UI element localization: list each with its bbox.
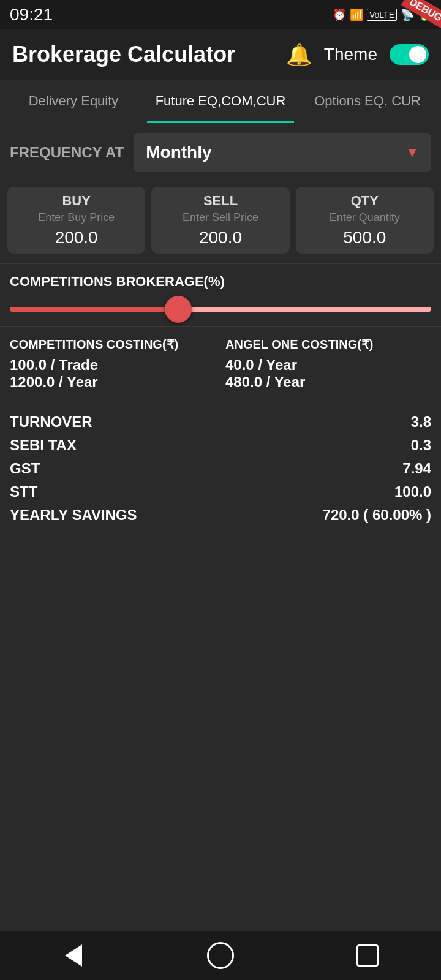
sell-input[interactable] [160,228,281,247]
dropdown-arrow-icon: ▼ [405,145,419,160]
status-time: 09:21 [10,5,53,24]
gst-label: GST [10,460,40,477]
sebi-label: SEBI TAX [10,437,77,454]
toggle-knob [409,46,426,63]
tab-options[interactable]: Options EQ, CUR [294,80,441,123]
alarm-icon: ⏰ [333,8,346,21]
frequency-dropdown[interactable]: Monthly ▼ [134,133,431,172]
status-bar: 09:21 ⏰ 📶 VoLTE 📡 🔋 [0,0,441,29]
home-circle-icon [207,942,234,969]
result-row-sebi: SEBI TAX 0.3 [10,437,431,454]
frequency-value: Monthly [146,143,211,162]
competitions-year-value: 1200.0 / Year [10,374,216,391]
brokerage-title: COMPETITIONS BROKERAGE(%) [10,274,431,290]
volte-icon: VoLTE [367,9,397,21]
sell-placeholder: Enter Sell Price [160,211,281,224]
qty-label: QTY [304,193,425,209]
back-arrow-icon [65,944,82,967]
result-row-stt: STT 100.0 [10,483,431,500]
inputs-row: BUY Enter Buy Price SELL Enter Sell Pric… [0,182,441,263]
tab-future[interactable]: Future EQ,COM,CUR [147,80,294,123]
buy-label: BUY [16,193,137,209]
tabs-container: Delivery Equity Future EQ,COM,CUR Option… [0,80,441,123]
bottom-nav [0,931,441,980]
qty-input[interactable] [304,228,425,247]
header: Brokerage Calculator 🔔 Theme [0,29,441,80]
slider-container [10,298,431,317]
frequency-row: FREQUENCY AT Monthly ▼ [0,123,441,182]
costing-section: COMPETITIONS COSTING(₹) 100.0 / Trade 12… [0,326,441,401]
buy-input-group: BUY Enter Buy Price [7,187,145,254]
header-controls: 🔔 Theme [286,42,429,67]
wifi-icon: 📶 [350,8,363,21]
competitions-costing: COMPETITIONS COSTING(₹) 100.0 / Trade 12… [10,337,216,391]
buy-input[interactable] [16,228,137,247]
angelone-trade-value: 40.0 / Year [225,356,431,374]
buy-placeholder: Enter Buy Price [16,211,137,224]
sell-label: SELL [160,193,281,209]
qty-input-group: QTY Enter Quantity [296,187,434,254]
results-section: TURNOVER 3.8 SEBI TAX 0.3 GST 7.94 STT 1… [0,401,441,542]
savings-label: YEARLY SAVINGS [10,507,137,524]
stt-value: 100.0 [394,483,431,500]
qty-placeholder: Enter Quantity [304,211,425,224]
nav-recents-button[interactable] [349,937,386,974]
nav-home-button[interactable] [202,937,239,974]
nav-back-button[interactable] [55,937,92,974]
savings-value: 720.0 ( 60.00% ) [323,507,431,524]
angelone-year-value: 480.0 / Year [225,374,431,391]
result-row-savings: YEARLY SAVINGS 720.0 ( 60.00% ) [10,507,431,524]
tab-delivery[interactable]: Delivery Equity [0,80,147,123]
sell-input-group: SELL Enter Sell Price [151,187,289,254]
bell-icon[interactable]: 🔔 [286,42,312,67]
app-title: Brokerage Calculator [12,42,235,67]
theme-label: Theme [324,45,377,64]
turnover-label: TURNOVER [10,413,92,431]
slider-thumb[interactable] [165,296,192,323]
brokerage-section: COMPETITIONS BROKERAGE(%) [0,263,441,326]
angelone-costing-title: ANGEL ONE COSTING(₹) [225,337,431,352]
slider-track[interactable] [10,307,431,312]
result-row-gst: GST 7.94 [10,460,431,477]
stt-label: STT [10,483,37,500]
result-row-turnover: TURNOVER 3.8 [10,413,431,431]
competitions-trade-value: 100.0 / Trade [10,356,216,374]
recents-square-icon [356,944,379,967]
theme-toggle[interactable] [390,44,429,65]
sebi-value: 0.3 [411,437,431,454]
gst-value: 7.94 [402,460,431,477]
angelone-costing: ANGEL ONE COSTING(₹) 40.0 / Year 480.0 /… [225,337,431,391]
frequency-label: FREQUENCY AT [10,144,124,161]
turnover-value: 3.8 [411,413,431,431]
competitions-costing-title: COMPETITIONS COSTING(₹) [10,337,216,352]
